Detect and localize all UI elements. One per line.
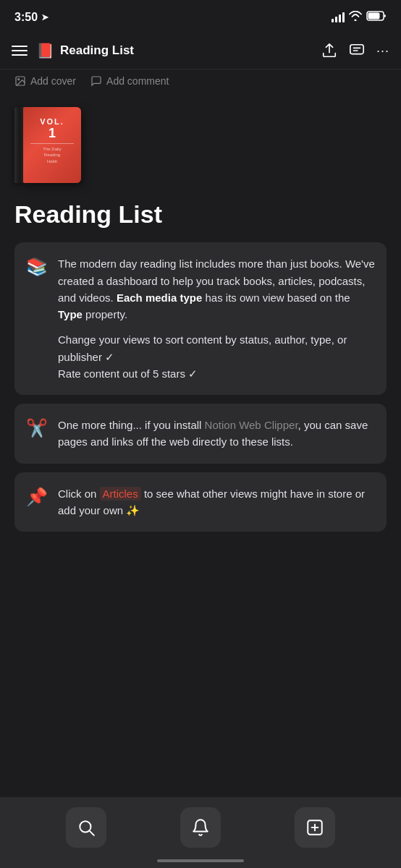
book-3d: VOL. 1 The DailyReadingHabit bbox=[14, 107, 80, 187]
nav-title-area: 📕 Reading List bbox=[36, 42, 134, 59]
comments-button[interactable] bbox=[349, 43, 365, 59]
nav-bar: 📕 Reading List ··· bbox=[0, 32, 401, 69]
wifi-icon bbox=[349, 11, 362, 24]
share-button[interactable] bbox=[321, 43, 337, 59]
add-new-button[interactable] bbox=[295, 807, 335, 848]
info-card-1: 📚 The modern day reading list includes m… bbox=[14, 242, 387, 395]
card3-text: Click on Articles to see what other view… bbox=[58, 485, 375, 519]
svg-point-4 bbox=[18, 79, 20, 80]
add-comment-label: Add comment bbox=[106, 75, 169, 87]
book-divider bbox=[30, 143, 74, 144]
more-button[interactable]: ··· bbox=[376, 44, 389, 57]
add-cover-label: Add cover bbox=[30, 75, 76, 87]
svg-rect-2 bbox=[350, 44, 363, 54]
book-illustration: VOL. 1 The DailyReadingHabit bbox=[14, 107, 387, 187]
add-cover-button[interactable]: Add cover bbox=[14, 75, 76, 87]
book-subtitle: The DailyReadingHabit bbox=[43, 146, 61, 164]
book-emoji: 📕 bbox=[36, 42, 54, 59]
card1-text: The modern day reading list includes mor… bbox=[58, 255, 375, 382]
articles-highlight[interactable]: Articles bbox=[100, 487, 141, 501]
svg-rect-1 bbox=[368, 13, 380, 20]
location-arrow-icon: ➤ bbox=[41, 12, 48, 22]
nav-title: Reading List bbox=[60, 43, 134, 58]
card1-paragraph2: Change your views to sort content by sta… bbox=[58, 331, 375, 382]
add-comment-button[interactable]: Add comment bbox=[90, 75, 169, 87]
nav-left: 📕 Reading List bbox=[12, 42, 134, 59]
sub-toolbar: Add cover Add comment bbox=[0, 69, 401, 93]
info-card-2: ✂️ One more thing... if you install Noti… bbox=[14, 404, 387, 464]
nav-right: ··· bbox=[321, 43, 389, 59]
notifications-button[interactable] bbox=[180, 807, 221, 848]
card3-emoji: 📌 bbox=[26, 487, 48, 507]
signal-icon bbox=[332, 12, 345, 22]
battery-icon bbox=[366, 11, 387, 24]
card1-bold2: Type bbox=[58, 308, 83, 320]
card2-emoji: ✂️ bbox=[26, 418, 48, 438]
home-indicator bbox=[157, 859, 244, 862]
book-vol-label: VOL. bbox=[40, 117, 64, 126]
info-card-3: 📌 Click on Articles to see what other vi… bbox=[14, 472, 387, 532]
status-icons bbox=[332, 11, 387, 24]
search-button[interactable] bbox=[66, 807, 106, 848]
status-bar: 3:50 ➤ bbox=[0, 0, 401, 32]
card2-paragraph1: One more thing... if you install Notion … bbox=[58, 417, 375, 451]
card2-text: One more thing... if you install Notion … bbox=[58, 417, 375, 451]
card3-paragraph1: Click on Articles to see what other view… bbox=[58, 485, 375, 519]
main-content: VOL. 1 The DailyReadingHabit Reading Lis… bbox=[0, 93, 401, 642]
card1-bold1: Each media type bbox=[117, 292, 202, 304]
card1-emoji: 📚 bbox=[26, 257, 48, 277]
menu-button[interactable] bbox=[12, 46, 28, 56]
notion-web-clipper-link[interactable]: Notion Web Clipper bbox=[205, 419, 298, 431]
card1-paragraph1: The modern day reading list includes mor… bbox=[58, 255, 375, 323]
page-title: Reading List bbox=[14, 201, 387, 228]
status-time: 3:50 ➤ bbox=[14, 11, 48, 24]
bottom-tab-bar bbox=[0, 797, 401, 868]
svg-line-6 bbox=[90, 831, 94, 835]
book-vol-number: 1 bbox=[48, 126, 56, 141]
book-front: VOL. 1 The DailyReadingHabit bbox=[23, 107, 81, 183]
